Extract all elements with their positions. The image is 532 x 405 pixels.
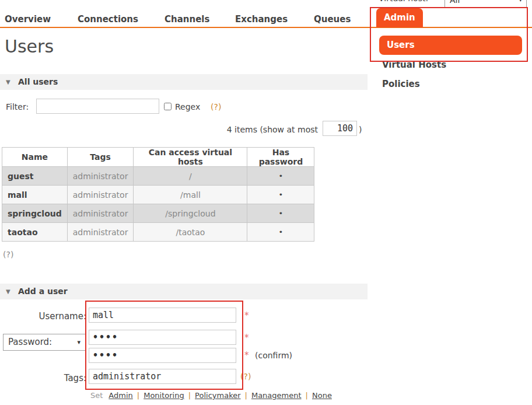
set-tags-shortcuts: SetAdmin|Monitoring|Policymaker|Manageme… [90,391,332,400]
sidebar-item-virtual-hosts[interactable]: Virtual Hosts [382,60,446,70]
rabbitmq-users-page: { "topbar": { "vhost_label": "Virtual ho… [0,0,532,405]
tab-connections[interactable]: Connections [78,14,138,25]
col-header-tags: Tags [67,148,134,167]
table-header-row: Name Tags Can access virtual hosts Has p… [2,148,314,167]
col-header-name: Name [2,148,68,167]
all-users-section-header[interactable]: ▼ All users [0,74,368,90]
user-tags: administrator [67,204,134,223]
items-count-suffix: ) [359,125,362,134]
virtual-host-value: All [450,0,460,5]
add-user-section-title: Add a user [18,287,68,296]
set-label: Set [90,391,103,400]
show-at-most-input[interactable] [323,121,357,136]
user-name-link[interactable]: guest [2,167,68,186]
tab-admin[interactable]: Admin [376,8,423,27]
items-count-text: 4 items (show at most [169,125,318,134]
add-user-section-header[interactable]: ▼ Add a user [0,284,368,299]
tab-exchanges[interactable]: Exchanges [235,14,288,25]
regex-checkbox[interactable] [164,103,172,110]
password-input[interactable] [89,330,236,345]
required-asterisk: * [244,333,249,343]
chevron-down-icon: ▾ [519,0,522,8]
table-row: guest administrator / • [2,167,314,186]
user-tags: administrator [67,167,134,186]
user-name-link[interactable]: mall [2,186,68,204]
user-vhosts: /taotao [134,223,247,242]
separator: | [137,391,139,400]
users-table: Name Tags Can access virtual hosts Has p… [2,147,314,242]
collapse-triangle-icon: ▼ [6,79,10,85]
password-type-select[interactable]: Password: ▾ [3,334,86,351]
user-vhosts: /mall [134,186,247,204]
has-password-dot: • [247,167,314,186]
user-name-link[interactable]: taotao [2,223,68,242]
username-label: Username: [0,311,86,322]
has-password-dot: • [247,186,314,204]
table-row: mall administrator /mall • [2,186,314,204]
all-users-section-title: All users [18,77,58,86]
username-input[interactable] [89,308,236,323]
filter-label: Filter: [6,102,29,111]
separator: | [306,391,308,400]
regex-label: Regex [175,102,200,111]
tab-channels[interactable]: Channels [164,14,209,25]
sidebar-item-policies[interactable]: Policies [382,79,420,89]
user-vhosts: /springcloud [134,204,247,223]
password-type-value: Password: [8,337,52,347]
table-help-link[interactable]: (?) [3,250,13,259]
has-password-dot: • [247,204,314,223]
required-asterisk: * [244,310,249,321]
set-option-policymaker[interactable]: Policymaker [195,391,240,400]
set-option-monitoring[interactable]: Monitoring [144,391,184,400]
col-header-has-password: Has password [247,148,314,167]
regex-help-link[interactable]: (?) [211,102,221,111]
filter-input[interactable] [36,99,159,114]
set-option-admin[interactable]: Admin [108,391,132,400]
virtual-host-label: Virtual host: [379,0,428,4]
tab-queues[interactable]: Queues [314,14,351,25]
table-row: springcloud administrator /springcloud • [2,204,314,223]
col-header-vhosts: Can access virtual hosts [134,148,247,167]
tags-input[interactable] [89,369,236,384]
user-name-link[interactable]: springcloud [2,204,68,223]
table-row: taotao administrator /taotao • [2,223,314,242]
collapse-triangle-icon: ▼ [6,288,10,295]
tags-help-link[interactable]: (?) [240,372,251,381]
separator: | [188,391,191,400]
user-tags: administrator [67,223,134,242]
confirm-note: (confirm) [255,351,292,360]
user-vhosts: / [134,167,247,186]
nav-underline [0,27,532,28]
set-option-management[interactable]: Management [251,391,302,400]
page-title: Users [5,36,54,57]
has-password-dot: • [247,223,314,242]
tab-overview[interactable]: Overview [5,14,51,25]
separator: | [245,391,247,400]
chevron-down-icon: ▾ [77,334,80,350]
set-option-none[interactable]: None [312,391,332,400]
password-confirm-input[interactable] [89,348,236,363]
tags-label: Tags: [0,373,86,383]
required-asterisk: * [244,350,249,361]
virtual-host-select[interactable]: All ▾ [444,0,527,8]
user-tags: administrator [67,186,134,204]
sidebar-item-users[interactable]: Users [379,36,522,55]
